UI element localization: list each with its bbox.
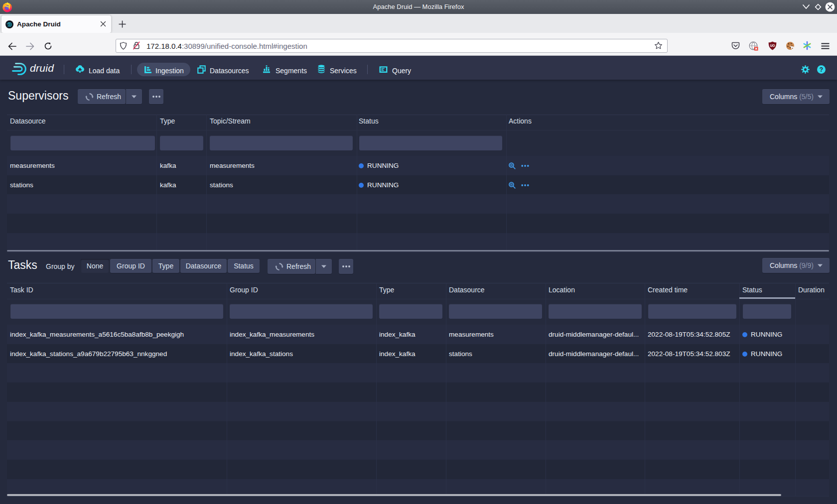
svg-text:?: ? — [820, 66, 823, 73]
svg-text:UO: UO — [770, 44, 775, 47]
